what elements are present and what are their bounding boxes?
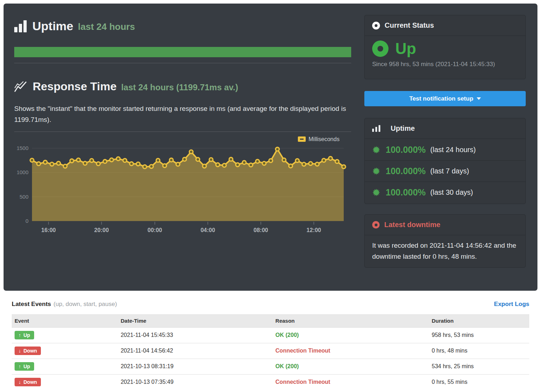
event-duration: 0 hrs, 55 mins <box>429 374 529 390</box>
response-time-subtitle: last 24 hours (1199.71ms av.) <box>121 82 238 92</box>
chart-point <box>229 157 233 161</box>
arrow-down-icon: ↓ <box>18 348 21 354</box>
response-section-header: Response Time last 24 hours (1199.71ms a… <box>14 80 238 93</box>
current-status-body: Up Since 958 hrs, 53 mins (2021-11-04 15… <box>365 36 525 68</box>
chart-legend: Milliseconds <box>298 136 339 142</box>
chart-point <box>163 164 166 167</box>
uptime-percent: 100.000% <box>386 187 426 198</box>
chart-point <box>335 160 339 163</box>
events-table-header-row: Event Date-Time Reason Duration <box>12 314 529 327</box>
svg-text:12:00: 12:00 <box>306 227 321 233</box>
chart-point <box>83 161 87 165</box>
chart-point <box>189 150 193 154</box>
status-since: Since 958 hrs, 53 mins (2021-11-04 15:45… <box>372 61 518 68</box>
chart-point <box>242 161 246 164</box>
chart-point <box>309 162 312 165</box>
latest-events-table: Event Date-Time Reason Duration ↑Up2021-… <box>12 314 529 390</box>
event-reason: Connection Timeout <box>273 343 429 359</box>
burst-icon <box>372 167 380 175</box>
chart-point <box>90 159 93 162</box>
divider <box>14 131 351 132</box>
chart-point <box>282 158 286 162</box>
uptime-percentages: 100.000%(last 24 hours)100.000%(last 7 d… <box>365 139 525 203</box>
uptime-section-header: Uptime last 24 hours <box>14 19 135 33</box>
column-datetime: Date-Time <box>118 314 272 327</box>
chart-point <box>342 165 346 168</box>
chart-point <box>76 158 80 162</box>
chart-point <box>30 159 34 162</box>
chart-point <box>203 164 206 168</box>
uptime-ratio-bar <box>14 47 351 57</box>
uptime-card-header: Uptime <box>365 118 525 139</box>
legend-label: Milliseconds <box>309 136 339 142</box>
chart-point <box>216 163 219 166</box>
svg-text:20:00: 20:00 <box>94 227 109 233</box>
current-status-card: Current Status Up Since 958 hrs, 53 mins… <box>364 15 526 79</box>
event-row: ↓Down2021-10-13 07:35:49Connection Timeo… <box>12 374 529 390</box>
bar-chart-icon <box>14 20 27 32</box>
chart-point <box>256 160 259 163</box>
chart-point <box>170 158 173 162</box>
current-status-label: Current Status <box>385 21 434 29</box>
svg-text:16:00: 16:00 <box>41 227 56 233</box>
uptime-title: Uptime <box>32 19 73 33</box>
svg-text:00:00: 00:00 <box>148 227 162 233</box>
event-datetime: 2021-11-04 14:56:42 <box>118 343 272 359</box>
chart-point <box>96 162 100 166</box>
uptime-percentage-row: 100.000%(last 24 hours) <box>365 139 525 160</box>
chart-point <box>315 162 319 166</box>
svg-text:500: 500 <box>20 194 28 200</box>
chart-point <box>110 158 113 162</box>
column-duration: Duration <box>429 314 529 327</box>
uptime-subtitle: last 24 hours <box>78 21 135 32</box>
chart-point <box>37 162 41 166</box>
event-reason: OK (200) <box>273 327 429 343</box>
response-time-description: Shows the "instant" that the monitor sta… <box>14 103 351 125</box>
chart-point <box>269 159 273 162</box>
uptime-percent: 100.000% <box>386 166 426 176</box>
chart-point <box>150 165 153 168</box>
uptime-period: (last 24 hours) <box>430 146 476 154</box>
line-chart-icon <box>14 81 28 92</box>
chart-point <box>183 157 186 161</box>
event-row: ↓Down2021-11-04 14:56:42Connection Timeo… <box>12 343 529 359</box>
latest-events-title: Latest Events <box>12 301 51 308</box>
test-notification-setup-button[interactable]: Test notification setup <box>364 91 526 106</box>
latest-downtime-card: Latest downtime It was recorded on 2021-… <box>364 214 526 268</box>
uptime-percent: 100.000% <box>386 145 426 155</box>
event-datetime: 2021-10-13 08:31:19 <box>118 359 272 374</box>
latest-events-subtitle: (up, down, start, pause) <box>54 301 117 308</box>
up-status-icon <box>372 41 389 57</box>
uptime-percentage-row: 100.000%(last 30 days) <box>365 182 525 203</box>
chart-svg: 05001000150016:0020:0000:0004:0008:0012:… <box>14 132 351 235</box>
chart-point <box>143 165 146 168</box>
downtime-dot-icon <box>372 221 380 229</box>
svg-text:1500: 1500 <box>17 145 28 151</box>
column-event: Event <box>12 314 118 327</box>
svg-text:1000: 1000 <box>17 169 28 175</box>
uptime-card-label: Uptime <box>391 124 415 133</box>
chart-point <box>57 161 60 165</box>
chart-point <box>70 159 74 162</box>
chart-point <box>116 157 120 161</box>
event-reason: Connection Timeout <box>273 374 429 390</box>
chart-point <box>63 164 67 168</box>
svg-text:0: 0 <box>26 218 28 224</box>
response-time-chart: 05001000150016:0020:0000:0004:0008:0012:… <box>14 132 351 235</box>
arrow-down-icon: ↓ <box>18 379 21 385</box>
chart-point <box>103 160 107 163</box>
latest-downtime-label: Latest downtime <box>384 221 440 229</box>
divider <box>14 63 351 63</box>
export-logs-link[interactable]: Export Logs <box>494 301 529 308</box>
chart-point <box>289 164 293 168</box>
chart-point <box>176 162 180 166</box>
chart-point <box>43 160 47 164</box>
status-value: Up <box>395 41 416 57</box>
chart-point <box>196 157 199 161</box>
latest-downtime-header: Latest downtime <box>365 215 525 235</box>
chart-point <box>329 157 332 160</box>
latest-downtime-body: It was recorded on 2021-11-04 14:56:42 a… <box>365 235 525 267</box>
event-datetime: 2021-10-13 07:35:49 <box>118 374 272 390</box>
arrow-up-icon: ↑ <box>18 364 21 369</box>
event-badge-up: ↑Up <box>15 331 34 339</box>
